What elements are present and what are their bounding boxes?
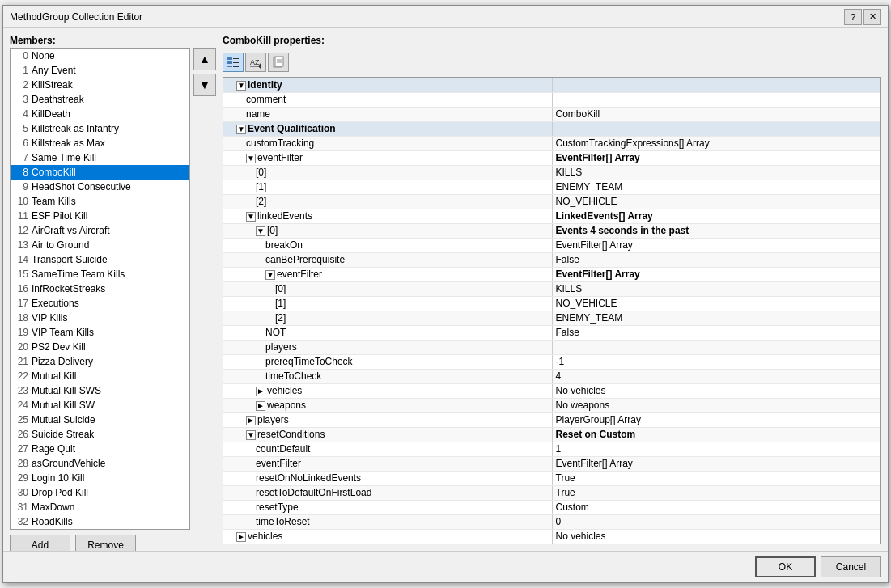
member-label: Deathstreak — [32, 94, 84, 105]
prop-name-cell: canBePrerequisite — [223, 252, 552, 267]
prop-value-cell: ComboKill — [552, 107, 880, 121]
expand-icon[interactable]: ► — [256, 401, 265, 411]
list-item[interactable]: 15SameTime Team Kills — [11, 267, 189, 281]
prop-name-cell: ►vehicles — [223, 529, 552, 544]
member-num: 9 — [14, 181, 28, 192]
list-item[interactable]: 9HeadShot Consecutive — [11, 180, 189, 194]
member-num: 25 — [14, 414, 28, 425]
list-item[interactable]: 0None — [11, 49, 189, 63]
categorized-view-button[interactable] — [223, 53, 244, 72]
move-up-button[interactable]: ▲ — [193, 48, 216, 70]
prop-name-cell: comment — [223, 92, 552, 107]
list-item[interactable]: 22Mutual Kill — [11, 369, 189, 383]
expand-icon[interactable]: ▼ — [265, 270, 275, 280]
expand-icon[interactable]: ▼ — [236, 125, 246, 134]
list-item[interactable]: 5Killstreak as Infantry — [11, 121, 189, 136]
props-table: ▼IdentitycommentnameComboKill▼Event Qual… — [223, 78, 880, 544]
list-item[interactable]: 27Rage Quit — [11, 442, 189, 456]
member-label: RoadKills — [32, 516, 73, 527]
prop-value-cell: EventFilter[] Array — [552, 238, 880, 252]
list-item[interactable]: 32RoadKills — [11, 514, 189, 529]
expand-icon[interactable]: ► — [236, 532, 246, 542]
prop-value-cell: ENEMY_TEAM — [552, 180, 880, 194]
members-label: Members: — [10, 35, 216, 46]
prop-name-cell: ►vehicles — [223, 383, 552, 398]
member-label: Killstreak as Max — [32, 137, 105, 149]
expand-icon[interactable]: ▼ — [256, 226, 265, 236]
svg-rect-2 — [227, 66, 232, 67]
list-item[interactable]: 30Drop Pod Kill — [11, 485, 189, 500]
list-item[interactable]: 14Transport Suicide — [11, 252, 189, 267]
prop-value-cell: True — [552, 471, 880, 485]
list-item[interactable]: 25Mutual Suicide — [11, 412, 189, 427]
member-label: KillStreak — [32, 79, 73, 91]
list-item[interactable]: 2KillStreak — [11, 78, 189, 92]
expand-icon[interactable]: ▼ — [246, 154, 256, 163]
member-num: 6 — [14, 137, 28, 149]
list-item[interactable]: 12AirCraft vs Aircraft — [11, 223, 189, 238]
list-item[interactable]: 17Executions — [11, 296, 189, 311]
member-label: AirCraft vs Aircraft — [32, 225, 110, 236]
list-item[interactable]: 24Mutual Kill SW — [11, 398, 189, 412]
left-content: 0None1Any Event2KillStreak3Deathstreak4K… — [10, 48, 216, 530]
list-item[interactable]: 20PS2 Dev Kill — [11, 340, 189, 354]
member-label: Any Event — [32, 65, 76, 76]
alphabetical-view-button[interactable]: AZ — [245, 53, 266, 72]
list-item[interactable]: 11ESF Pilot Kill — [11, 209, 189, 223]
member-label: VIP Kills — [32, 312, 67, 324]
list-item[interactable]: 13Air to Ground — [11, 238, 189, 252]
list-item[interactable]: 18VIP Kills — [11, 311, 189, 325]
member-label: Same Time Kill — [32, 152, 96, 163]
expand-icon[interactable]: ▼ — [246, 212, 256, 222]
member-label: PS2 Dev Kill — [32, 341, 86, 353]
list-item[interactable]: 10Team Kills — [11, 194, 189, 209]
list-item[interactable]: 29Login 10 Kill — [11, 471, 189, 485]
expand-icon[interactable]: ► — [246, 416, 256, 425]
move-down-button[interactable]: ▼ — [193, 74, 216, 96]
list-item[interactable]: 6Killstreak as Max — [11, 136, 189, 150]
member-num: 7 — [14, 152, 28, 163]
list-item[interactable]: 23Mutual Kill SWS — [11, 383, 189, 398]
dialog: MethodGroup Collection Editor ? ✕ Member… — [2, 5, 889, 583]
list-item[interactable]: 21Pizza Delivery — [11, 354, 189, 369]
prop-value-cell: -1 — [552, 354, 880, 369]
prop-name-cell: [1] — [223, 180, 552, 194]
help-button[interactable]: ? — [844, 9, 862, 25]
prop-name-cell: breakOn — [223, 238, 552, 252]
categorized-icon — [227, 56, 240, 69]
member-num: 21 — [14, 356, 28, 367]
prop-value-cell: KILLS — [552, 281, 880, 296]
prop-name-cell: resetToDefaultOnFirstLoad — [223, 485, 552, 500]
prop-name-cell: eventFilter — [223, 456, 552, 471]
props-grid[interactable]: ▼IdentitycommentnameComboKill▼Event Qual… — [223, 77, 881, 544]
prop-value-cell: False — [552, 325, 880, 340]
close-button[interactable]: ✕ — [863, 9, 881, 25]
prop-value-cell: True — [552, 485, 880, 500]
member-num: 4 — [14, 108, 28, 120]
expand-icon[interactable]: ▼ — [236, 81, 246, 91]
list-item[interactable]: 19VIP Team Kills — [11, 325, 189, 340]
expand-icon[interactable]: ► — [256, 387, 265, 396]
prop-name-cell: timeToReset — [223, 514, 552, 529]
cancel-button[interactable]: Cancel — [821, 556, 881, 577]
list-item[interactable]: 8ComboKill — [11, 165, 189, 180]
prop-name-cell: [2] — [223, 194, 552, 209]
list-item[interactable]: 28asGroundVehicle — [11, 456, 189, 471]
member-num: 11 — [14, 210, 28, 222]
list-item[interactable]: 3Deathstreak — [11, 92, 189, 107]
member-label: Suicide Streak — [32, 429, 94, 440]
list-item[interactable]: 1Any Event — [11, 63, 189, 78]
list-item[interactable]: 31MaxDown — [11, 500, 189, 514]
list-item[interactable]: 7Same Time Kill — [11, 150, 189, 165]
remove-button[interactable]: Remove — [75, 535, 136, 551]
expand-icon[interactable]: ▼ — [246, 430, 256, 440]
prop-value-cell: 0 — [552, 514, 880, 529]
ok-button[interactable]: OK — [755, 556, 816, 577]
list-item[interactable]: 16InfRocketStreaks — [11, 281, 189, 296]
pages-button[interactable] — [268, 53, 289, 72]
add-remove-buttons: Add Remove — [10, 530, 216, 551]
add-button[interactable]: Add — [10, 535, 70, 551]
list-item[interactable]: 26Suicide Streak — [11, 427, 189, 442]
members-list[interactable]: 0None1Any Event2KillStreak3Deathstreak4K… — [10, 48, 190, 530]
list-item[interactable]: 4KillDeath — [11, 107, 189, 121]
